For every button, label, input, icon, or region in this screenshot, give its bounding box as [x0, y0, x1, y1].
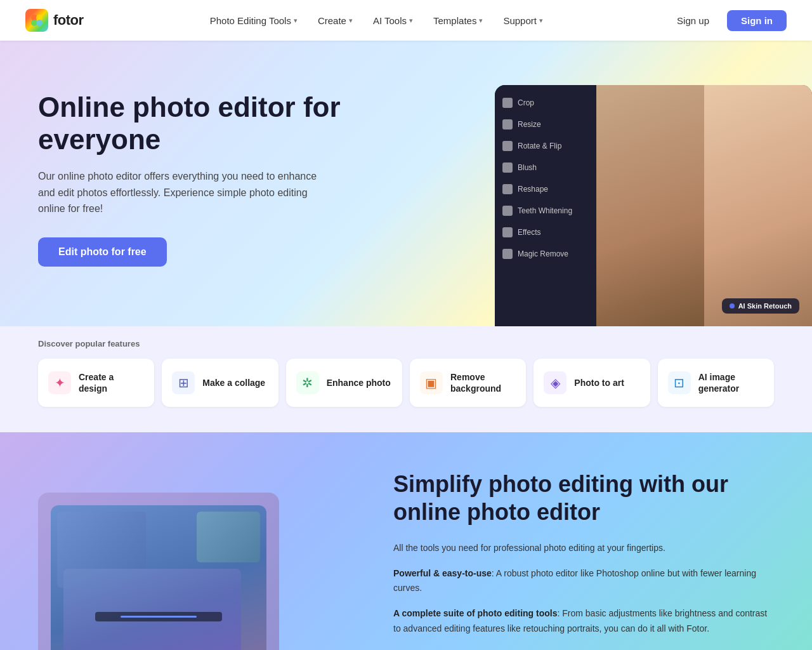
chevron-down-icon: ▾ [479, 17, 483, 25]
feature-photo-to-art[interactable]: ◈ Photo to art [534, 359, 650, 407]
blush-icon [502, 162, 513, 173]
photo-to-art-icon: ◈ [544, 371, 566, 394]
logo-icon [25, 9, 48, 32]
hero-editor-preview: Crop Resize Rotate & Flip Blush Reshape [495, 85, 812, 326]
hero-right: Crop Resize Rotate & Flip Blush Reshape [325, 41, 812, 326]
feature-ai-image-generator-label: AI image generator [698, 371, 764, 394]
tool-reshape[interactable]: Reshape [495, 179, 596, 199]
discover-section: Discover popular features ✦ Create a des… [0, 326, 812, 432]
point-2-heading: A complete suite of photo editing tools [393, 608, 557, 618]
bottom-left: Freeform 1:1 3:4 16:9 [38, 493, 355, 650]
nav-actions: Sign up Sign in [669, 10, 787, 31]
ai-skin-badge: AI Skin Retouch [722, 298, 799, 314]
bottom-section: Freeform 1:1 3:4 16:9 Simplify photo edi… [0, 432, 812, 650]
tool-rotate[interactable]: Rotate & Flip [495, 136, 596, 156]
hero-left: Online photo editor for everyone Our onl… [38, 79, 368, 267]
tool-teeth[interactable]: Teeth Whitening [495, 201, 596, 221]
feature-photo-to-art-label: Photo to art [574, 377, 624, 388]
feature-create-design-label: Create a design [79, 371, 144, 394]
reshape-icon [502, 184, 513, 194]
face-image [596, 85, 812, 326]
chevron-down-icon: ▾ [539, 17, 543, 25]
bottom-intro: All the tools you need for professional … [393, 541, 774, 556]
navigation: fotor Photo Editing Tools ▾ Create ▾ AI … [0, 0, 812, 41]
feature-remove-background[interactable]: ▣ Remove background [410, 359, 526, 407]
tool-magic-remove[interactable]: Magic Remove [495, 244, 596, 264]
feature-create-design[interactable]: ✦ Create a design [38, 359, 154, 407]
remove-background-icon: ▣ [420, 371, 443, 394]
make-collage-icon: ⊞ [172, 371, 195, 394]
ai-image-generator-icon: ⊡ [668, 371, 691, 394]
hero-title: Online photo editor for everyone [38, 91, 368, 156]
enhance-photo-icon: ✲ [296, 371, 319, 394]
ai-badge-dot [730, 303, 735, 308]
nav-photo-editing-tools[interactable]: Photo Editing Tools ▾ [210, 15, 298, 26]
svg-point-3 [36, 20, 43, 26]
feature-make-collage[interactable]: ⊞ Make a collage [162, 359, 278, 407]
editor-sidebar: Crop Resize Rotate & Flip Blush Reshape [495, 85, 596, 326]
features-row: ✦ Create a design ⊞ Make a collage ✲ Enh… [38, 359, 774, 407]
discover-label: Discover popular features [38, 326, 774, 359]
bottom-right: Simplify photo editing with our online p… [355, 470, 774, 650]
feature-enhance-photo-label: Enhance photo [327, 377, 391, 388]
bottom-point-1: Powerful & easy-to-use: A robust photo e… [393, 566, 774, 597]
hero-cta-button[interactable]: Edit photo for free [38, 237, 167, 267]
signup-button[interactable]: Sign up [669, 11, 717, 30]
nav-templates[interactable]: Templates ▾ [433, 15, 483, 26]
bottom-title: Simplify photo editing with our online p… [393, 470, 774, 525]
tool-effects[interactable]: Effects [495, 222, 596, 242]
feature-enhance-photo[interactable]: ✲ Enhance photo [286, 359, 402, 407]
hero-section: Online photo editor for everyone Our onl… [0, 41, 812, 326]
nav-support[interactable]: Support ▾ [503, 15, 543, 26]
hero-description: Our online photo editor offers everythin… [38, 168, 317, 217]
chevron-down-icon: ▾ [409, 17, 413, 25]
rotate-icon [502, 141, 513, 151]
signin-button[interactable]: Sign in [727, 10, 787, 31]
tool-blush[interactable]: Blush [495, 157, 596, 178]
chevron-down-icon: ▾ [294, 17, 298, 25]
teeth-icon [502, 206, 513, 216]
magic-remove-icon [502, 249, 513, 259]
effects-icon [502, 227, 513, 237]
nav-ai-tools[interactable]: AI Tools ▾ [373, 15, 413, 26]
logo[interactable]: fotor [25, 9, 84, 32]
editor-main: AI Skin Retouch [596, 85, 812, 326]
nav-links: Photo Editing Tools ▾ Create ▾ AI Tools … [210, 15, 543, 26]
resize-icon [502, 119, 513, 129]
create-design-icon: ✦ [48, 371, 71, 394]
point-1-heading: Powerful & easy-to-use [393, 568, 492, 578]
bottom-editor-image: Freeform 1:1 3:4 16:9 [38, 493, 279, 650]
bottom-point-3: Edit photos online in bulk: Edit all you… [393, 647, 774, 650]
nav-create[interactable]: Create ▾ [318, 15, 353, 26]
tool-resize[interactable]: Resize [495, 114, 596, 135]
chevron-down-icon: ▾ [349, 17, 353, 25]
crop-icon [502, 98, 513, 108]
feature-remove-background-label: Remove background [450, 371, 516, 394]
logo-text: fotor [53, 12, 84, 29]
bottom-image-inner: Freeform 1:1 3:4 16:9 [51, 505, 266, 650]
tool-crop[interactable]: Crop [495, 93, 596, 113]
feature-ai-image-generator[interactable]: ⊡ AI image generator [658, 359, 774, 407]
bottom-point-2: A complete suite of photo editing tools:… [393, 606, 774, 637]
feature-make-collage-label: Make a collage [202, 377, 265, 388]
